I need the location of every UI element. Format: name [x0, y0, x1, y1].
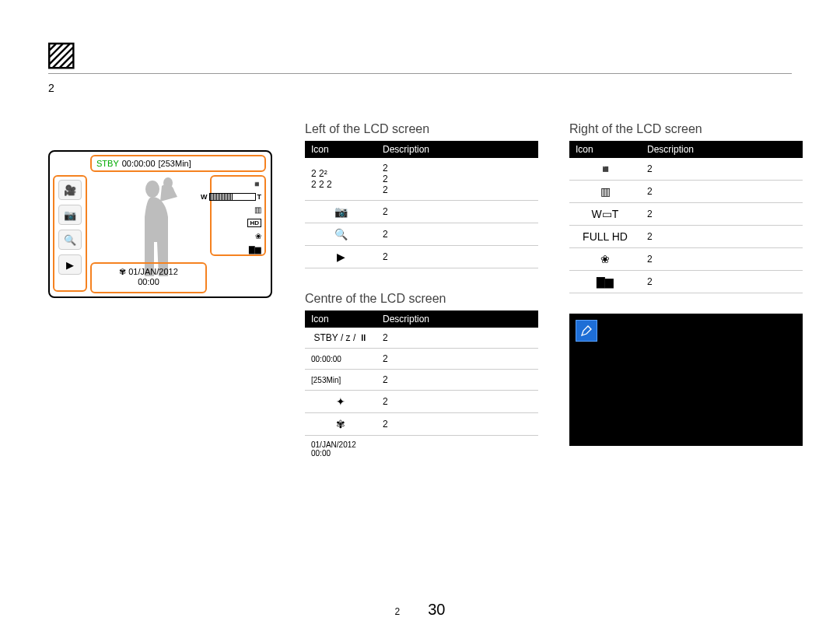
- note-pencil-icon: [576, 320, 597, 342]
- table-row: ✾2: [305, 413, 538, 436]
- table-row: ▇▆2: [569, 271, 803, 293]
- zoom-icon: 🔍: [305, 223, 376, 246]
- table-cell-description: 2: [376, 201, 538, 223]
- lcd-left-buttons-box: 🎥 📷 🔍 ▶: [53, 175, 87, 292]
- battery-icon: ▥: [254, 205, 261, 214]
- zoom-button[interactable]: 🔍: [58, 230, 82, 250]
- sd-card-icon: ◾: [252, 180, 261, 188]
- table-row: ▥2: [569, 181, 803, 203]
- table-cell-description: 2: [641, 248, 803, 271]
- zoom-wt-icon: W▭T: [569, 203, 641, 226]
- note-box: [569, 314, 803, 446]
- table-row: ❀2: [569, 248, 803, 271]
- zoom-wt-icon: WT: [201, 193, 261, 201]
- bars-icon: ▇▆: [569, 271, 641, 293]
- table-header-desc: Description: [376, 141, 538, 158]
- table-row: ◾2: [569, 158, 803, 181]
- table-row: 📷2: [305, 201, 538, 223]
- table-row: W▭T2: [569, 203, 803, 226]
- table-cell-description: 2 2 2: [376, 158, 538, 201]
- right-table-title: Right of the LCD screen: [569, 122, 803, 136]
- flower-macro-icon: ❀: [255, 232, 261, 240]
- table-cell-description: [376, 436, 538, 463]
- page-number: 30: [428, 601, 445, 619]
- table-row: 🔍2: [305, 223, 538, 246]
- table-header-desc: Description: [376, 310, 538, 328]
- table-cell-description: 2: [376, 328, 538, 349]
- full-hd-icon: HD: [247, 219, 261, 227]
- lcd-right-status-box: ◾ WT ▥ HD ❀ ▇▆: [210, 175, 266, 256]
- stby-label: STBY: [96, 159, 119, 168]
- battery-icon: ▥: [569, 181, 641, 203]
- propeller-clock-icon: ✾: [305, 413, 376, 436]
- table-header-desc: Description: [641, 141, 803, 158]
- date-display: 01/JAN/2012: [128, 267, 178, 276]
- lcd-bottom-datetime-box: ✾ 01/JAN/2012 00:00: [90, 262, 207, 293]
- svg-point-0: [145, 181, 159, 198]
- table-row: 00:00:002: [305, 349, 538, 370]
- page-header: ▨: [48, 36, 792, 74]
- table-cell-description: 2: [376, 370, 538, 391]
- page-footer: 2 30: [0, 601, 840, 619]
- play-icon: ▶: [305, 246, 376, 268]
- table-cell-description: 2: [376, 349, 538, 370]
- centre-of-lcd-table: Icon Description STBY / z / ⏸200:00:002[…: [305, 310, 538, 462]
- table-header-icon: Icon: [569, 141, 641, 158]
- table-row: 01/JAN/2012 00:00: [305, 436, 538, 463]
- time-code: 00:00:00: [122, 159, 156, 168]
- table-cell-description: 2: [641, 158, 803, 181]
- remaining-time: [253Min]: [159, 159, 191, 168]
- full-hd-icon: FULL HD: [569, 226, 641, 248]
- table-cell-description: 2: [641, 181, 803, 203]
- left-table-title: Left of the LCD screen: [305, 122, 538, 136]
- propeller-clock-icon: ✾: [119, 267, 126, 276]
- mode-video-button[interactable]: 🎥: [58, 180, 82, 200]
- table-cell-description: 2: [641, 226, 803, 248]
- mode-photo-button[interactable]: 📷: [58, 205, 82, 225]
- table-header-icon: Icon: [305, 310, 376, 328]
- camera-icon: 📷: [305, 201, 376, 223]
- lcd-mockup: STBY 00:00:00 [253Min] 🎥 📷 🔍 ▶ ◾ WT ▥ HD…: [48, 150, 272, 298]
- sd-card-icon: ◾: [569, 158, 641, 181]
- left-of-lcd-table: Icon Description 2 2² 2 2 22 2 2📷2🔍2▶2: [305, 141, 538, 268]
- bars-icon: ▇▆: [249, 245, 261, 254]
- table-cell-description: 2: [376, 391, 538, 413]
- table-header-icon: Icon: [305, 141, 376, 158]
- clock-display: 00:00: [138, 277, 159, 286]
- right-of-lcd-table: Icon Description ◾2▥2W▭T2FULL HD2❀2▇▆2: [569, 141, 803, 293]
- tally-block-icon: ▨: [45, 36, 78, 70]
- table-row: 2 2² 2 2 22 2 2: [305, 158, 538, 201]
- table-cell-description: 2: [376, 413, 538, 436]
- table-row: ✦2: [305, 391, 538, 413]
- table-cell-description: 2: [376, 246, 538, 268]
- sparkle-icon: ✦: [305, 391, 376, 413]
- lcd-top-status-box: STBY 00:00:00 [253Min]: [90, 155, 266, 172]
- table-row: FULL HD2: [569, 226, 803, 248]
- table-cell-description: 2: [641, 271, 803, 293]
- centre-table-title: Centre of the LCD screen: [305, 292, 538, 306]
- table-row: ▶2: [305, 246, 538, 268]
- flower-macro-icon: ❀: [569, 248, 641, 271]
- table-cell-description: 2: [641, 203, 803, 226]
- chapter-marker: 2: [395, 606, 401, 617]
- table-cell-description: 2: [376, 223, 538, 246]
- table-row: [253Min]2: [305, 370, 538, 391]
- section-number: 2: [48, 82, 792, 94]
- table-row: STBY / z / ⏸2: [305, 328, 538, 349]
- play-button[interactable]: ▶: [58, 254, 82, 275]
